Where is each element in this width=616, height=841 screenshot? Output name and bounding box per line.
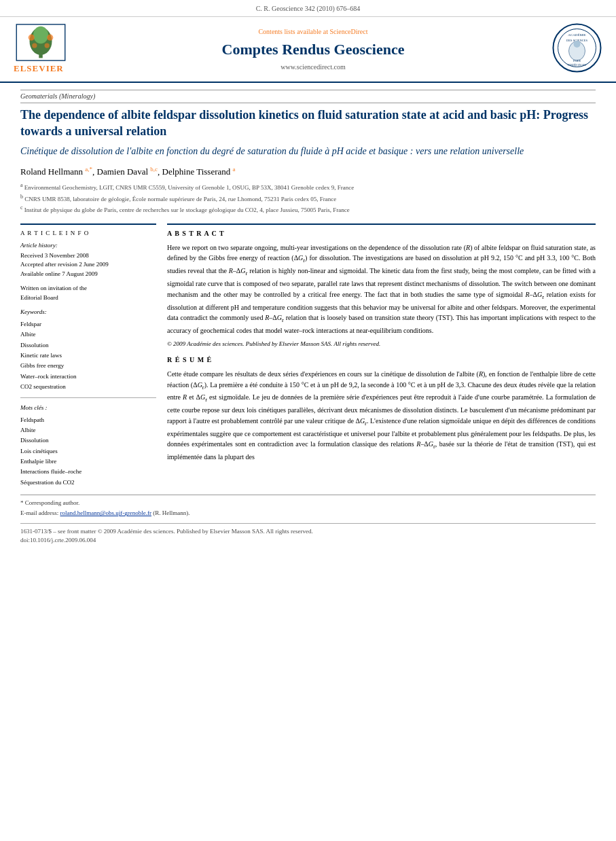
svg-point-5 — [47, 35, 53, 41]
keyword-2: Albite — [20, 329, 156, 340]
keyword-fr-3: Dissolution — [20, 435, 156, 446]
keyword-fr-2: Albite — [20, 425, 156, 435]
resume-title: R É S U M É — [167, 355, 596, 365]
keyword-5: Gibbs free energy — [20, 361, 156, 371]
email-address[interactable]: roland.hellmann@obs.ujf-grenoble.fr — [60, 509, 151, 516]
available-date: Available online 7 August 2009 — [20, 270, 156, 279]
paper-title: The dependence of albite feldspar dissol… — [20, 107, 596, 139]
divider-keywords — [20, 397, 156, 398]
journal-header: ELSEVIER Contents lists available at Sci… — [0, 17, 616, 83]
keywords-title-fr: Mots clés : — [20, 404, 156, 412]
written-invitation: Written on invitation of theEditorial Bo… — [20, 284, 156, 302]
resume-text: Cette étude compare les résultats de deu… — [167, 369, 596, 463]
footer-bottom: 1631-0713/$ – see front matter © 2009 Ac… — [20, 523, 596, 544]
svg-text:PARIS: PARIS — [573, 59, 581, 62]
article-info-column: A R T I C L E I N F O Article history: R… — [20, 223, 156, 488]
copyright-line: © 2009 Académie des sciences. Published … — [167, 340, 596, 348]
svg-text:ACADÉMIE: ACADÉMIE — [568, 33, 585, 37]
elsevier-tree-icon — [14, 24, 68, 61]
article-history: Article history: Received 3 November 200… — [20, 241, 156, 279]
svg-point-4 — [29, 35, 35, 41]
abstract-title: A B S T R A C T — [167, 229, 596, 238]
elsevier-logo: ELSEVIER — [14, 24, 75, 75]
keyword-fr-5: Enthalpie libre — [20, 457, 156, 467]
email-line: E-mail address: roland.hellmann@obs.ujf-… — [20, 509, 596, 518]
doi-line: doi:10.1016/j.crte.2009.06.004 — [20, 536, 596, 545]
authors-line: Roland Hellmann a,*, Damien Daval b,c, D… — [20, 165, 596, 179]
abstract-column: A B S T R A C T Here we report on two se… — [167, 223, 596, 488]
keyword-fr-7: Séquestration du CO2 — [20, 478, 156, 488]
academy-seal-icon: ACADÉMIE DES SCIENCES PARIS FONDÉE EN 16… — [551, 22, 602, 73]
top-header: C. R. Geoscience 342 (2010) 676–684 — [0, 0, 616, 17]
keywords-list-fr: Feldspath Albite Dissolution Lois cinéti… — [20, 415, 156, 488]
keyword-1: Feldspar — [20, 319, 156, 329]
keyword-fr-1: Feldspath — [20, 415, 156, 425]
corresponding-note: * Corresponding author. — [20, 499, 596, 507]
svg-point-3 — [33, 26, 48, 44]
keyword-3: Dissolution — [20, 340, 156, 351]
journal-url: www.sciencedirect.com — [75, 62, 551, 72]
keyword-4: Kinetic rate laws — [20, 351, 156, 361]
sciencedirect-name: ScienceDirect — [329, 28, 367, 35]
history-label: Article history: — [20, 241, 156, 250]
received-date: Received 3 November 2008 — [20, 251, 156, 261]
email-author: (R. Hellmann). — [153, 509, 189, 516]
keyword-fr-6: Interactions fluide–roche — [20, 467, 156, 477]
affiliation-a: a Environmental Geochemistry, LGIT, CNRS… — [20, 181, 596, 193]
keywords-section-fr: Mots clés : Feldspath Albite Dissolution… — [20, 404, 156, 488]
section-label: Geomaterials (Mineralogy) — [20, 90, 596, 103]
keyword-7: CO2 sequestration — [20, 382, 156, 392]
paper-title-french: Cinétique de dissolution de l'albite en … — [20, 145, 596, 158]
author-3: Delphine Tisserand a — [162, 166, 236, 177]
svg-point-6 — [32, 43, 37, 48]
keywords-list-en: Feldspar Albite Dissolution Kinetic rate… — [20, 319, 156, 392]
accepted-date: Accepted after revision 2 June 2009 — [20, 260, 156, 270]
abstract-text: Here we report on two separate ongoing, … — [167, 243, 596, 336]
journal-name: Comptes Rendus Geoscience — [75, 39, 551, 60]
issn-line: 1631-0713/$ – see front matter © 2009 Ac… — [20, 527, 596, 536]
keyword-fr-4: Lois cinétiques — [20, 446, 156, 457]
affiliation-b: b CNRS UMR 8538, laboratoire de géologie… — [20, 193, 596, 204]
affiliations: a Environmental Geochemistry, LGIT, CNRS… — [20, 181, 596, 215]
elsevier-label: ELSEVIER — [14, 62, 64, 75]
journal-citation: C. R. Geoscience 342 (2010) 676–684 — [256, 5, 361, 12]
affiliation-c: c Institut de physique du globe de Paris… — [20, 204, 596, 215]
svg-point-14 — [574, 41, 581, 48]
main-content: Geomaterials (Mineralogy) The dependence… — [0, 83, 616, 551]
author-2: Damien Daval b,c — [97, 166, 158, 177]
academy-logo: ACADÉMIE DES SCIENCES PARIS FONDÉE EN 16… — [551, 22, 602, 76]
sciencedirect-link: Contents lists available at ScienceDirec… — [75, 27, 551, 37]
keywords-title-en: Keywords: — [20, 308, 156, 317]
svg-point-7 — [45, 43, 50, 48]
article-info-title: A R T I C L E I N F O — [20, 229, 156, 238]
journal-center: Contents lists available at ScienceDirec… — [75, 27, 551, 72]
svg-text:FONDÉE EN 1666: FONDÉE EN 1666 — [568, 63, 586, 67]
footer-notes: * Corresponding author. E-mail address: … — [20, 495, 596, 518]
two-column-section: A R T I C L E I N F O Article history: R… — [20, 223, 596, 488]
keywords-section-en: Keywords: Feldspar Albite Dissolution Ki… — [20, 308, 156, 392]
keyword-6: Water–rock interaction — [20, 372, 156, 382]
author-1: Roland Hellmann a,* — [20, 166, 92, 177]
